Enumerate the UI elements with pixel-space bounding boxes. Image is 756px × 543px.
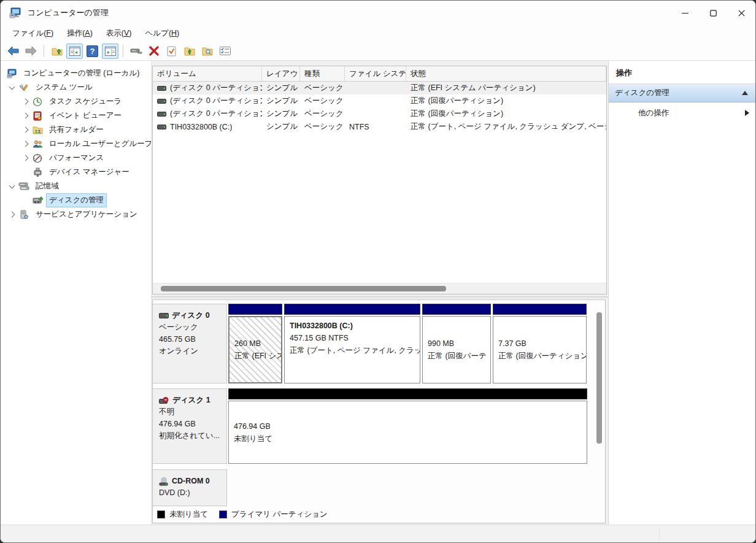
vertical-scrollbar-thumb[interactable] (596, 312, 602, 444)
menu-action[interactable]: 操作(A) (60, 26, 99, 41)
menu-file[interactable]: ファイル(F) (6, 26, 60, 41)
menu-help[interactable]: ヘルプ(H) (139, 26, 187, 41)
tree-item-label: タスク スケジューラ (46, 94, 125, 109)
tree-item-storage[interactable]: 記憶域 (1, 179, 151, 193)
disk-size: 465.75 GB (159, 334, 222, 345)
tree-item-label: パフォーマンス (46, 151, 107, 165)
actions-section-disk-management[interactable]: ディスクの管理 (609, 84, 756, 102)
actions-title: 操作 (609, 61, 756, 84)
toolbar-separator (123, 45, 123, 57)
back-button[interactable] (5, 44, 21, 59)
action-pane-toggle-button[interactable] (102, 44, 118, 59)
horizontal-scrollbar[interactable] (153, 283, 606, 294)
tree-item-label: サービスとアプリケーション (33, 207, 141, 221)
tree-item-computer-management[interactable]: コンピューターの管理 (ローカル) (1, 66, 151, 80)
view-options-button[interactable] (217, 44, 233, 59)
partition-c-drive[interactable]: TIH0332800B (C:) 457.15 GB NTFS 正常 (ブート,… (284, 304, 420, 383)
chevron-collapsed-icon[interactable] (19, 110, 31, 122)
partition-efi[interactable]: 260 MB 正常 (EFI シス (228, 304, 282, 383)
forward-button[interactable] (23, 44, 39, 59)
chevron-expanded-icon[interactable] (6, 180, 18, 193)
volume-row[interactable]: (ディスク 0 パーティション 5) シンプル ベーシック 正常 (回復パーティ… (153, 107, 606, 120)
primary-partition-bar (422, 304, 491, 315)
up-level-button[interactable] (48, 44, 65, 59)
delete-button[interactable] (145, 44, 162, 59)
tree-item-label: イベント ビューアー (46, 109, 125, 123)
disk-0-label-box[interactable]: ディスク 0 ベーシック 465.75 GB オンライン (153, 304, 227, 383)
volume-row[interactable]: (ディスク 0 パーティション 4) シンプル ベーシック 正常 (回復パーティ… (153, 94, 606, 107)
menu-view[interactable]: 表示(V) (99, 26, 139, 41)
partition-recovery-1[interactable]: 990 MB 正常 (回復パーテ (422, 304, 491, 383)
partition-legend: 未割り当て プライマリ パーティション (157, 509, 328, 520)
legend-label: 未割り当て (169, 509, 208, 520)
unallocated-region[interactable]: 476.94 GB 未割り当て (228, 388, 587, 464)
collapse-arrow-icon[interactable] (742, 91, 748, 95)
computer-management-window: コンピューターの管理 ファイル(F) 操作(A) 表示(V) ヘルプ(H) ? (0, 0, 756, 543)
disk-graphical-pane: ディスク 0 ベーシック 465.75 GB オンライン 260 MB 正常 (… (152, 299, 606, 523)
column-header-volume[interactable]: ボリューム (153, 66, 262, 81)
disk-icon (159, 313, 169, 318)
disk-status: 初期化されてい... (159, 430, 222, 442)
column-header-status[interactable]: 状態 (406, 66, 606, 81)
tree-item-performance[interactable]: パフォーマンス (1, 151, 151, 165)
tree-item-label: システム ツール (33, 80, 96, 94)
upload-folder-button[interactable] (181, 44, 198, 59)
more-actions-item[interactable]: 他の操作 (609, 102, 756, 123)
delete-x-icon (149, 46, 159, 56)
chevron-expanded-icon[interactable] (6, 82, 18, 94)
users-icon (31, 139, 44, 150)
back-arrow-icon (7, 46, 19, 56)
tree-item-label: 共有フォルダー (46, 123, 107, 137)
disk-0-row: ディスク 0 ベーシック 465.75 GB オンライン 260 MB 正常 (… (153, 304, 588, 383)
unallocated-swatch (157, 510, 165, 518)
chevron-collapsed-icon[interactable] (19, 152, 31, 164)
mark-active-button[interactable] (163, 44, 180, 59)
close-button[interactable] (727, 1, 755, 25)
disk-size: 476.94 GB (159, 418, 222, 430)
maximize-button[interactable] (699, 1, 727, 25)
tree-item-services-applications[interactable]: サービスとアプリケーション (1, 207, 151, 221)
tree-item-system-tools[interactable]: システム ツール (1, 80, 151, 94)
disk-kind: 不明 (159, 406, 222, 418)
chevron-collapsed-icon[interactable] (19, 138, 31, 150)
tree-item-local-users-groups[interactable]: ローカル ユーザーとグループ (1, 137, 151, 151)
cdrom-0-row: CD-ROM 0 DVD (D:) (153, 469, 588, 506)
disk-kind: ベーシック (159, 322, 222, 333)
volume-icon (157, 99, 166, 104)
explore-folder-button[interactable] (199, 44, 215, 59)
tree-item-device-manager[interactable]: デバイス マネージャー (1, 165, 151, 179)
title-bar: コンピューターの管理 (1, 1, 755, 25)
horizontal-scrollbar-thumb[interactable] (161, 286, 446, 291)
console-tree-toggle-button[interactable] (66, 44, 83, 59)
chevron-collapsed-icon[interactable] (19, 96, 31, 108)
partition-recovery-2[interactable]: 7.37 GB 正常 (回復パーティション (493, 304, 587, 383)
chevron-collapsed-icon[interactable] (6, 209, 18, 221)
tree-item-event-viewer[interactable]: イベント ビューアー (1, 109, 151, 123)
tree-item-label: 記憶域 (33, 179, 62, 193)
status-bar-divider (659, 528, 660, 541)
column-header-layout[interactable]: レイアウト (262, 66, 300, 81)
cdrom-0-label-box[interactable]: CD-ROM 0 DVD (D:) (153, 469, 227, 506)
disk-error-icon (159, 397, 169, 404)
chevron-collapsed-icon[interactable] (19, 124, 31, 136)
tools-icon (18, 82, 30, 93)
help-button[interactable]: ? (84, 44, 101, 59)
chevron-placeholder (19, 194, 31, 207)
tree-item-disk-management[interactable]: ディスクの管理 (1, 193, 151, 207)
volume-row[interactable]: TIH0332800B (C:) シンプル ベーシック NTFS 正常 (ブート… (153, 120, 606, 133)
volume-row[interactable]: (ディスク 0 パーティション 1) シンプル ベーシック 正常 (EFI シス… (153, 82, 606, 94)
status-bar (1, 525, 756, 543)
minimize-button[interactable] (671, 1, 699, 25)
primary-partition-bar (228, 304, 282, 315)
column-header-filesystem[interactable]: ファイル システム (345, 66, 406, 81)
properties-button[interactable] (128, 44, 144, 59)
shared-folder-icon (31, 125, 44, 136)
column-header-type[interactable]: 種類 (300, 66, 345, 81)
disk-1-label-box[interactable]: ディスク 1 不明 476.94 GB 初期化されてい... (153, 388, 227, 464)
forward-arrow-icon (25, 46, 37, 56)
tree-item-task-scheduler[interactable]: タスク スケジューラ (1, 94, 151, 109)
tree-item-shared-folders[interactable]: 共有フォルダー (1, 123, 151, 137)
help-icon: ? (87, 45, 98, 57)
toolbar-separator (44, 45, 44, 57)
disk-management-icon (31, 195, 44, 206)
